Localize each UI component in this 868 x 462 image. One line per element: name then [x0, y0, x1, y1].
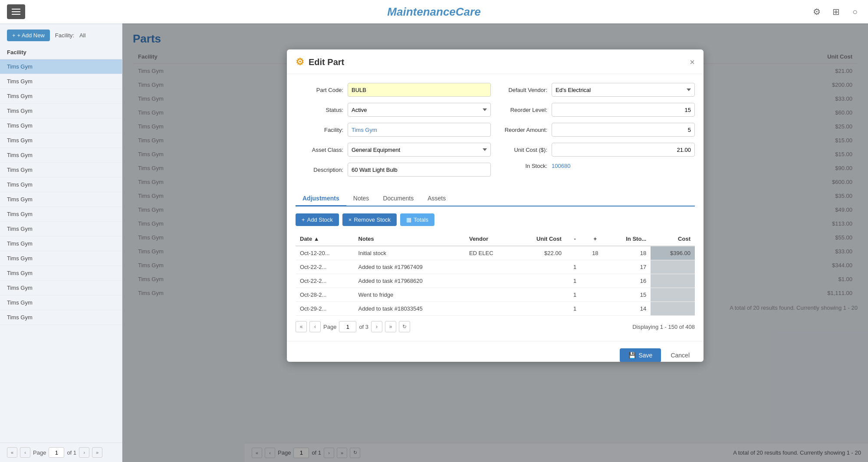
reorder-amount-row: Reorder Amount: [500, 123, 695, 137]
cell-notes: Added to task #17967409 [354, 260, 465, 274]
add-new-button[interactable]: + + Add New [7, 29, 50, 41]
modal-header: ⚙ Edit Part × [287, 49, 704, 74]
edit-part-modal: ⚙ Edit Part × Part Code: [287, 49, 704, 362]
cell-vendor [465, 260, 515, 274]
sidebar-item[interactable]: Tims Gym [0, 207, 122, 222]
totals-button[interactable]: ▦ Totals [400, 213, 434, 226]
sidebar-item[interactable]: Tims Gym [0, 266, 122, 281]
sidebar-item[interactable]: Tims Gym [0, 281, 122, 295]
adj-table-row: Oct-22-2... Added to task #17967409 1 17 [296, 260, 695, 274]
sidebar-item[interactable]: Tims Gym [0, 89, 122, 104]
cell-date: Oct-22-2... [296, 274, 354, 288]
cell-plus: 18 [584, 246, 606, 260]
cell-cost [651, 260, 695, 274]
grid-small-icon: ▦ [406, 216, 411, 223]
cell-minus: 1 [566, 260, 584, 274]
adj-next-page-button[interactable]: › [371, 321, 382, 332]
add-stock-button[interactable]: + Add Stock [296, 213, 339, 226]
menu-button[interactable] [7, 4, 25, 19]
plus-icon: + [302, 216, 305, 223]
col-minus: - [566, 232, 584, 246]
part-code-label: Part Code: [296, 87, 343, 93]
gear-icon[interactable]: ⚙ [811, 6, 823, 18]
adj-page-input[interactable] [339, 321, 356, 332]
adj-toolbar: + Add Stock × Remove Stock ▦ Totals [296, 213, 695, 226]
cell-date: Oct-22-2... [296, 260, 354, 274]
sidebar-item[interactable]: Tims Gym [0, 148, 122, 163]
grid-icon[interactable]: ⊞ [830, 6, 842, 18]
page-input[interactable] [49, 447, 64, 458]
sidebar-item[interactable]: Tims Gym [0, 59, 122, 74]
first-page-button[interactable]: « [7, 447, 17, 458]
cell-plus [584, 260, 606, 274]
adj-page-of: of 3 [359, 324, 368, 330]
sidebar-item[interactable]: Tims Gym [0, 104, 122, 118]
cell-minus: 1 [566, 288, 584, 302]
col-in-stock: In Sto... [607, 232, 651, 246]
tab-notes[interactable]: Notes [346, 191, 376, 206]
status-select[interactable]: Active Inactive [348, 103, 491, 117]
adj-refresh-button[interactable]: ↻ [399, 321, 410, 332]
unit-cost-input[interactable] [552, 143, 695, 157]
adj-first-page-button[interactable]: « [296, 321, 307, 332]
page-of: of 1 [67, 449, 76, 456]
cell-unit-cost: $22.00 [515, 246, 566, 260]
last-page-button[interactable]: » [92, 447, 102, 458]
adj-pagination: « ‹ Page of 3 › » ↻ Displaying 1 - 150 o… [296, 321, 695, 332]
facility-input[interactable] [348, 123, 491, 137]
reorder-level-row: Reorder Level: [500, 103, 695, 117]
adj-table-row: Oct-22-2... Added to task #17968620 1 16 [296, 274, 695, 288]
prev-page-button[interactable]: ‹ [20, 447, 30, 458]
next-page-button[interactable]: › [79, 447, 89, 458]
default-vendor-select[interactable]: Ed's Electrical Other Vendor [552, 83, 695, 97]
sidebar-item[interactable]: Tims Gym [0, 163, 122, 177]
modal-close-button[interactable]: × [690, 58, 695, 66]
save-button[interactable]: 💾 Save [620, 348, 661, 362]
remove-stock-button[interactable]: × Remove Stock [342, 213, 397, 226]
in-stock-value[interactable]: 100680 [552, 163, 570, 169]
description-input[interactable] [348, 163, 491, 177]
asset-class-label: Asset Class: [296, 147, 343, 153]
adj-display-count: Displaying 1 - 150 of 408 [632, 324, 695, 330]
cell-in-stock: 16 [607, 274, 651, 288]
sidebar-item[interactable]: Tims Gym [0, 118, 122, 133]
user-icon[interactable]: ○ [849, 6, 861, 18]
reorder-amount-input[interactable] [552, 123, 695, 137]
cell-vendor: ED ELEC [465, 246, 515, 260]
in-stock-row: In Stock: 100680 [500, 163, 695, 169]
sidebar-item[interactable]: Tims Gym [0, 295, 122, 310]
description-row: Description: [296, 163, 491, 177]
modal-footer: 💾 Save Cancel [287, 341, 704, 362]
tab-assets[interactable]: Assets [421, 191, 453, 206]
modal-tabs: AdjustmentsNotesDocumentsAssets [296, 191, 695, 206]
part-code-input[interactable] [348, 83, 491, 97]
status-row: Status: Active Inactive [296, 103, 491, 117]
cell-unit-cost [515, 260, 566, 274]
adj-last-page-button[interactable]: » [385, 321, 396, 332]
tab-documents[interactable]: Documents [376, 191, 421, 206]
cell-cost [651, 288, 695, 302]
sidebar-footer: « ‹ Page of 1 › » [0, 442, 122, 462]
col-notes: Notes [354, 232, 465, 246]
asset-class-select[interactable]: General Equipment HVAC Electrical [348, 143, 491, 157]
sidebar-item[interactable]: Tims Gym [0, 310, 122, 325]
cancel-button[interactable]: Cancel [665, 348, 695, 362]
tab-adjustments[interactable]: Adjustments [296, 191, 346, 206]
cell-minus: 1 [566, 274, 584, 288]
description-label: Description: [296, 167, 343, 173]
sidebar-top: + + Add New Facility: All [0, 23, 122, 46]
adj-prev-page-button[interactable]: ‹ [309, 321, 321, 332]
sidebar-item[interactable]: Tims Gym [0, 222, 122, 236]
sidebar-item[interactable]: Tims Gym [0, 192, 122, 207]
page-label: Page [33, 449, 46, 456]
unit-cost-row: Unit Cost ($): [500, 143, 695, 157]
reorder-amount-label: Reorder Amount: [500, 127, 547, 133]
reorder-level-input[interactable] [552, 103, 695, 117]
wrench-icon: ⚙ [296, 56, 304, 68]
sidebar-item[interactable]: Tims Gym [0, 133, 122, 148]
col-plus: + [584, 232, 606, 246]
sidebar-item[interactable]: Tims Gym [0, 236, 122, 251]
sidebar-item[interactable]: Tims Gym [0, 74, 122, 89]
sidebar-item[interactable]: Tims Gym [0, 251, 122, 266]
sidebar-item[interactable]: Tims Gym [0, 177, 122, 192]
